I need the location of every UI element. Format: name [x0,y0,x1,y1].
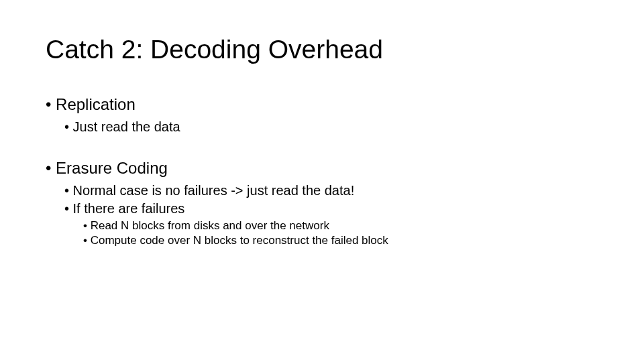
bullet-text: Just read the data [64,119,180,134]
bullet-lvl3: Compute code over N blocks to reconstruc… [83,234,598,247]
bullet-lvl2: Normal case is no failures -> just read … [64,183,598,198]
section-replication: Replication Just read the data [46,95,598,135]
bullet-lvl2: Just read the data [64,119,598,135]
bullet-text: If there are failures [64,201,184,216]
section-erasure-coding: Erasure Coding Normal case is no failure… [46,159,598,247]
bullet-text: Erasure Coding [46,159,168,177]
bullet-text: Compute code over N blocks to reconstruc… [83,234,388,247]
bullet-lvl1: Erasure Coding [46,159,598,178]
bullet-text: Read N blocks from disks and over the ne… [83,219,329,232]
bullet-text: Replication [46,95,136,113]
slide-title: Catch 2: Decoding Overhead [46,35,598,64]
bullet-lvl1: Replication [46,95,598,114]
bullet-lvl2: If there are failures [64,201,598,217]
bullet-lvl3: Read N blocks from disks and over the ne… [83,219,598,233]
slide: Catch 2: Decoding Overhead Replication J… [0,0,644,362]
bullet-text: Normal case is no failures -> just read … [64,183,354,198]
